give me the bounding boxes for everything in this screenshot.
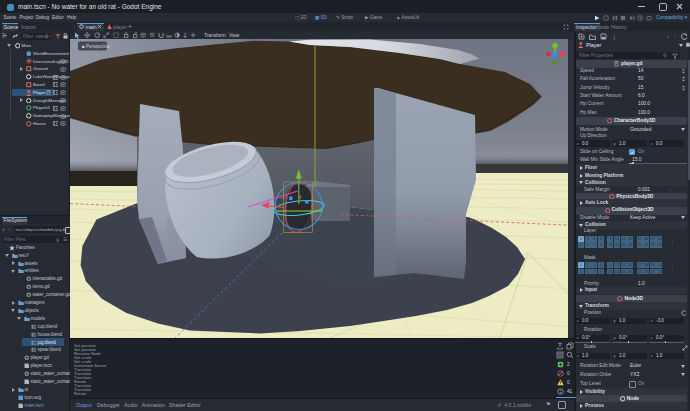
svg-text:■ Perspective: ■ Perspective xyxy=(82,44,110,49)
